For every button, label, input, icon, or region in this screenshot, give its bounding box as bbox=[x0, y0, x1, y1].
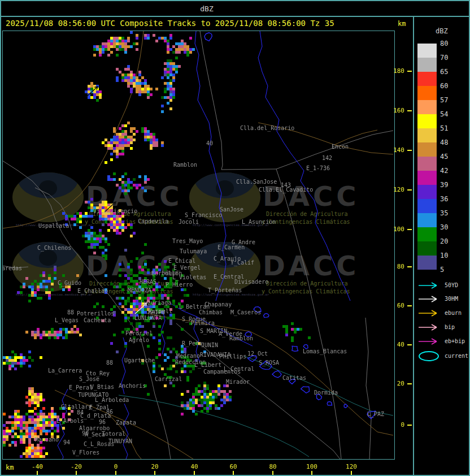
bottom-axis-tick bbox=[311, 471, 312, 475]
bottom-axis-tick-label: 60 bbox=[222, 463, 245, 470]
current-cell-icon bbox=[417, 350, 442, 362]
map-place-label: Uspallata bbox=[38, 223, 69, 230]
map-place-label: Perdriel bbox=[125, 330, 153, 337]
map-place-label: Tres_Mayo bbox=[172, 238, 203, 245]
radar-map[interactable]: DACCDirección de Agriculturay Contingenc… bbox=[2, 31, 395, 460]
bottom-axis-unit-label: km bbox=[6, 464, 14, 471]
map-place-label: HERAS bbox=[140, 279, 156, 285]
bottom-axis-tick bbox=[194, 471, 195, 475]
colorbar-tick-label: 45 bbox=[440, 153, 448, 161]
legend-item-label: current bbox=[445, 353, 468, 359]
colorbar-band bbox=[417, 227, 437, 241]
map-place-label: E_Chical bbox=[168, 258, 195, 265]
map-place-label: Clla.del_Rosario bbox=[240, 125, 294, 132]
map-place-label: S_ROSA bbox=[259, 360, 279, 366]
map-place-label: Cacheuta bbox=[84, 317, 111, 324]
map-place-label: SanJose bbox=[220, 206, 243, 213]
map-place-label: 40 bbox=[206, 140, 213, 147]
right-axis-tick bbox=[407, 425, 412, 426]
colorbar-band bbox=[417, 241, 437, 256]
right-axis-tick-label: 140 bbox=[385, 146, 404, 154]
colorbar-band bbox=[417, 72, 437, 86]
storm-motion-arrow bbox=[86, 86, 98, 97]
map-place-label: Villavicencio bbox=[93, 208, 137, 215]
map-place-label: JUNIN bbox=[201, 342, 218, 349]
map-place-label: Ugarteche bbox=[124, 357, 155, 364]
bottom-axis-tick-label: 80 bbox=[262, 463, 284, 470]
colorbar-tick-label: 30 bbox=[440, 223, 448, 231]
colorbar-tick-label: 36 bbox=[440, 195, 448, 203]
map-place-label: Russell bbox=[149, 308, 172, 315]
bottom-axis-tick bbox=[154, 471, 155, 475]
colorbar-band bbox=[417, 142, 437, 157]
map-place-label: E_1-736 bbox=[306, 165, 330, 172]
map-place-label: Chapanay bbox=[204, 301, 232, 308]
bottom-axis-tick bbox=[115, 471, 116, 475]
map-place-label: Divisadero bbox=[234, 279, 268, 285]
colorbar-title: dBZ bbox=[436, 27, 448, 35]
map-place-label: V_Flores bbox=[72, 449, 99, 456]
map-place-label: L_Vegas bbox=[55, 317, 79, 324]
ellipse-glyph bbox=[419, 352, 438, 361]
map-place-label: LUNLUNTA bbox=[134, 315, 162, 322]
legend-item-label: 30HM bbox=[445, 296, 458, 302]
map-place-label: Mirador bbox=[226, 379, 250, 386]
map-place-label: P_Hierro bbox=[166, 282, 193, 288]
colorbar-band bbox=[417, 58, 437, 72]
map-place-label: Lomas_Blancas bbox=[303, 348, 347, 355]
map-place-label: C_Chilenos bbox=[37, 245, 71, 252]
map-place-label: E_Carmen bbox=[217, 244, 245, 251]
map-place-label: Clla.SanJose bbox=[236, 179, 277, 185]
bottom-axis-tick-label: 20 bbox=[143, 463, 166, 470]
bottom-axis-tick-label: -20 bbox=[65, 463, 88, 470]
eburn-arrow-icon bbox=[417, 308, 442, 319]
colorbar-band bbox=[417, 157, 437, 171]
bottom-axis-tick-label: -40 bbox=[26, 463, 49, 470]
right-axis-tick-label: 0 bbox=[385, 421, 404, 429]
colorbar-tick-label: 80 bbox=[440, 40, 448, 47]
map-place-label: Luzuriaga bbox=[141, 300, 171, 306]
bottom-axis-tick bbox=[272, 471, 273, 475]
map-place-label: Carrizal bbox=[155, 376, 182, 383]
arrow-glyph bbox=[419, 296, 437, 302]
bottom-axis-tick-label: 120 bbox=[340, 463, 363, 470]
map-place-label: Potrerillos bbox=[77, 310, 114, 317]
map-place-label: Capdevila bbox=[138, 218, 168, 225]
arrow-glyph bbox=[419, 283, 437, 288]
bottom-axis-tick bbox=[233, 471, 234, 475]
map-place-label: 88 bbox=[106, 360, 113, 366]
right-axis-tick-label: 40 bbox=[385, 341, 404, 348]
bip-arrow-icon bbox=[417, 322, 442, 333]
map-place-label: L_PAZ bbox=[367, 411, 384, 418]
map-place-label: T_Porteñas bbox=[208, 287, 242, 294]
right-axis-tick-label: 100 bbox=[385, 226, 404, 233]
map-place-label: E_Peral bbox=[69, 384, 93, 391]
right-axis-tick-label: 120 bbox=[385, 186, 404, 193]
eb+bip-arrow-icon bbox=[417, 336, 442, 347]
map-place-label: Palmira bbox=[191, 320, 215, 327]
colorbar-band bbox=[417, 171, 437, 185]
title-divider bbox=[1, 16, 469, 17]
sidebar-divider bbox=[413, 16, 414, 475]
map-place-label: L_Asuncion bbox=[242, 219, 276, 226]
map-place-label: MENDOZA bbox=[128, 287, 151, 294]
legend-item-label: 50YD bbox=[445, 282, 458, 288]
map-place-label: Chimbas bbox=[199, 309, 223, 316]
header-title: 2025/11/08 08:56:00 UTC Composite Tracks… bbox=[6, 19, 334, 28]
right-axis-tick-label: 80 bbox=[385, 263, 404, 270]
right-axis-unit-label: km bbox=[398, 20, 406, 28]
colorbar-tick-label: 51 bbox=[440, 124, 448, 132]
map-place-label: Zapata bbox=[116, 419, 136, 426]
colorbar-band bbox=[417, 256, 437, 270]
30HM-arrow-icon bbox=[417, 293, 442, 305]
map-place-label: Y_Calif bbox=[230, 259, 254, 266]
bottom-axis-tick bbox=[37, 471, 38, 475]
right-axis-tick bbox=[407, 150, 412, 151]
colorbar-tick-label: 39 bbox=[440, 181, 448, 189]
legend-item-label: eb+bip bbox=[445, 338, 465, 344]
colorbar-band bbox=[417, 199, 437, 213]
right-axis-tick bbox=[407, 305, 412, 306]
window-title: dBZ bbox=[1, 5, 412, 13]
colorbar-tick-label: 60 bbox=[440, 82, 448, 90]
right-axis-tick-label: 180 bbox=[385, 67, 404, 75]
